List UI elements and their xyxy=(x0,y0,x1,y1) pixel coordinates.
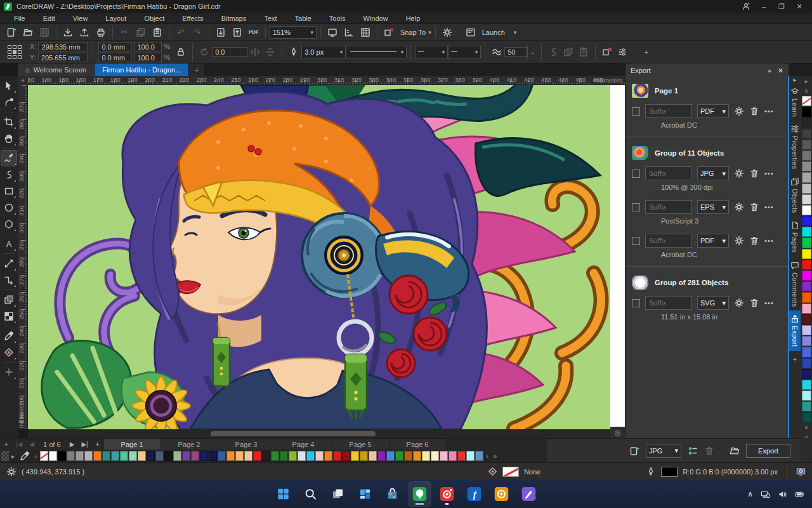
palette-swatch[interactable] xyxy=(802,271,811,281)
object-height-field[interactable]: 0.0 mm xyxy=(98,53,131,62)
palette-swatch[interactable] xyxy=(111,451,119,461)
palette-swatch[interactable] xyxy=(182,451,190,461)
delete-format-icon[interactable] xyxy=(749,298,759,308)
lock-ratio-button[interactable] xyxy=(173,45,188,59)
import-button[interactable] xyxy=(60,25,75,39)
more-options-icon[interactable]: ••• xyxy=(764,237,774,244)
export-checkbox[interactable] xyxy=(632,299,640,307)
suffix-input[interactable] xyxy=(645,296,692,310)
palette-swatch[interactable] xyxy=(802,336,811,346)
ellipse-tool[interactable] xyxy=(1,200,16,215)
palette-swatch[interactable] xyxy=(404,451,412,461)
display-settings-icon[interactable] xyxy=(796,467,806,476)
palette-swatch[interactable] xyxy=(386,451,395,461)
palette-swatch[interactable] xyxy=(147,451,155,461)
interactive-fill-tool[interactable] xyxy=(1,345,16,360)
menu-item-view[interactable]: View xyxy=(64,13,97,24)
end-arrowhead-combo[interactable]: ▾ xyxy=(448,46,481,58)
tab-welcome-screen[interactable]: ⌂ Welcome Screen xyxy=(18,64,95,76)
menu-item-window[interactable]: Window xyxy=(355,13,397,24)
palette-swatch[interactable] xyxy=(218,451,226,461)
palette-swatch[interactable] xyxy=(164,451,173,461)
add-page-button-2[interactable]: + xyxy=(91,439,104,450)
menu-item-file[interactable]: File xyxy=(5,13,34,24)
print-button[interactable] xyxy=(93,25,108,39)
docker-tab-pages[interactable]: Pages xyxy=(789,217,801,257)
account-icon[interactable] xyxy=(737,1,755,12)
palette-swatch[interactable] xyxy=(40,451,48,461)
add-docker-button[interactable]: + xyxy=(789,356,801,363)
palette-swatch[interactable] xyxy=(802,314,811,324)
palette-swatch[interactable] xyxy=(802,216,811,226)
export-button[interactable] xyxy=(77,25,92,39)
palette-scroll-right-icon[interactable]: › xyxy=(483,453,490,460)
new-document-button[interactable] xyxy=(4,25,19,39)
taskbar-store-icon[interactable] xyxy=(382,482,403,506)
add-page-button[interactable]: + xyxy=(0,439,13,450)
tray-chevron-icon[interactable]: ∧ xyxy=(747,490,753,498)
palette-swatch[interactable] xyxy=(802,281,811,291)
palette-expand-icon[interactable]: » xyxy=(491,453,500,460)
palette-swatch[interactable] xyxy=(802,161,811,171)
format-settings-gear-icon[interactable] xyxy=(734,106,744,116)
palette-swatch[interactable] xyxy=(200,451,208,461)
page-tab-page-5[interactable]: Page 5 xyxy=(332,439,390,450)
palette-swatch[interactable] xyxy=(802,358,811,368)
palette-swatch[interactable] xyxy=(802,304,811,314)
show-grid-button[interactable] xyxy=(358,25,373,39)
drop-shadow-tool[interactable] xyxy=(1,292,16,307)
restore-button[interactable]: ❐ xyxy=(773,1,790,12)
open-document-button[interactable] xyxy=(20,25,36,39)
connector-tool[interactable] xyxy=(1,272,16,288)
palette-swatch[interactable] xyxy=(466,451,475,461)
smoothing-field[interactable]: 50 xyxy=(504,47,527,57)
palette-swatch[interactable] xyxy=(377,451,386,461)
palette-flyout-icon[interactable]: ▸ xyxy=(801,76,812,86)
close-button[interactable]: ✕ xyxy=(790,1,808,12)
palette-swatch[interactable] xyxy=(802,412,811,422)
last-page-button[interactable]: ▶| xyxy=(79,439,91,450)
palette-swatch[interactable] xyxy=(802,369,811,379)
more-options-icon[interactable]: ••• xyxy=(764,107,774,115)
delete-format-icon[interactable] xyxy=(749,106,759,116)
palette-options-tile[interactable] xyxy=(1,451,9,461)
battery-icon[interactable] xyxy=(795,490,804,499)
delete-format-icon[interactable] xyxy=(749,168,759,178)
x-position-field[interactable]: 298.535 mm xyxy=(38,42,88,51)
shape-tool[interactable] xyxy=(1,95,16,110)
palette-swatch[interactable] xyxy=(802,260,811,270)
export-checkbox[interactable] xyxy=(632,237,640,245)
object-properties-button[interactable] xyxy=(615,45,630,59)
docker-tab-export[interactable]: Export xyxy=(789,311,801,351)
palette-swatch[interactable] xyxy=(413,451,421,461)
palette-swatch[interactable] xyxy=(271,451,279,461)
taskbar-capture-icon[interactable] xyxy=(491,482,513,506)
palette-swatch[interactable] xyxy=(449,451,457,461)
palette-swatch[interactable] xyxy=(802,172,811,182)
outline-swatch[interactable] xyxy=(661,467,678,477)
palette-swatch[interactable] xyxy=(802,227,811,237)
zoom-level-combo[interactable]: 151%▾ xyxy=(270,26,317,39)
palette-swatch[interactable] xyxy=(802,380,811,390)
palette-swatch[interactable] xyxy=(58,451,66,461)
minimize-button[interactable]: – xyxy=(755,1,773,12)
palette-swatch[interactable] xyxy=(191,451,199,461)
palette-swatch[interactable] xyxy=(315,451,324,461)
object-width-field[interactable]: 0.0 mm xyxy=(98,42,131,51)
palette-swatch[interactable] xyxy=(138,451,146,461)
palette-swatch[interactable] xyxy=(244,451,252,461)
scale-y-field[interactable]: 100.0 xyxy=(134,53,162,62)
palette-swatch[interactable] xyxy=(333,451,341,461)
taskbar-photo-paint-icon[interactable] xyxy=(436,482,458,506)
menu-item-text[interactable]: Text xyxy=(255,13,285,24)
palette-scroll-down-icon[interactable]: ∨ xyxy=(801,423,812,432)
palette-swatch[interactable] xyxy=(802,391,811,401)
palette-swatch[interactable] xyxy=(351,451,359,461)
palette-swatch[interactable] xyxy=(475,451,483,461)
palette-swatch[interactable] xyxy=(802,96,811,106)
docker-tab-comments[interactable]: Comments xyxy=(789,257,801,311)
palette-swatch[interactable] xyxy=(253,451,261,461)
palette-swatch[interactable] xyxy=(280,451,288,461)
page-tab-page-6[interactable]: Page 6 xyxy=(390,439,447,450)
output-folder-icon[interactable] xyxy=(730,446,740,456)
